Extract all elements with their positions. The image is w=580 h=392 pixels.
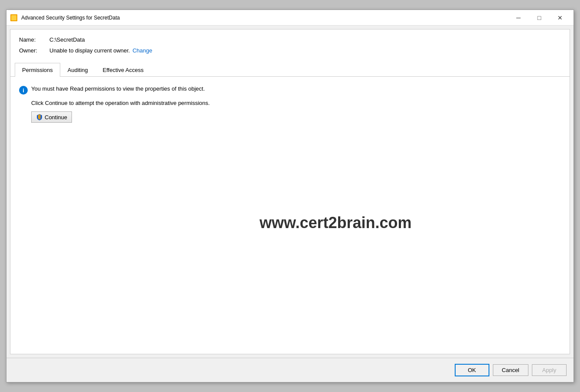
change-owner-link[interactable]: Change (133, 47, 153, 54)
continue-button[interactable]: Continue (31, 111, 72, 123)
name-row: Name: C:\SecretData (19, 36, 561, 43)
window-title: Advanced Security Settings for SecretDat… (21, 15, 508, 21)
tab-effective-access[interactable]: Effective Access (95, 63, 151, 77)
info-section: Name: C:\SecretData Owner: Unable to dis… (10, 29, 570, 62)
bottom-bar: OK Cancel Apply (7, 358, 573, 382)
info-message-text: You must have Read permissions to view t… (31, 85, 205, 92)
close-button[interactable]: ✕ (550, 11, 570, 24)
owner-label: Owner: (19, 47, 49, 54)
main-window: Advanced Security Settings for SecretDat… (6, 10, 574, 382)
tabs-container: Permissions Auditing Effective Access (10, 62, 570, 77)
info-message: i You must have Read permissions to view… (19, 85, 561, 95)
svg-rect-1 (11, 15, 16, 20)
cancel-button[interactable]: Cancel (493, 364, 528, 376)
title-bar: Advanced Security Settings for SecretDat… (7, 10, 573, 26)
tab-permissions[interactable]: Permissions (15, 63, 60, 77)
main-panel: i You must have Read permissions to view… (10, 77, 570, 354)
window-icon (10, 14, 18, 22)
tab-auditing[interactable]: Auditing (60, 63, 95, 77)
owner-value: Unable to display current owner. (49, 47, 130, 54)
ok-button[interactable]: OK (455, 364, 489, 376)
minimize-button[interactable]: ─ (508, 11, 528, 24)
content-area: Name: C:\SecretData Owner: Unable to dis… (10, 29, 570, 354)
maximize-button[interactable]: □ (529, 11, 549, 24)
secondary-message: Click Continue to attempt the operation … (31, 100, 561, 106)
name-value: C:\SecretData (49, 36, 85, 43)
apply-button[interactable]: Apply (532, 364, 567, 376)
owner-row: Owner: Unable to display current owner. … (19, 47, 561, 54)
name-label: Name: (19, 36, 49, 43)
info-icon: i (19, 86, 28, 95)
shield-icon (36, 114, 43, 121)
continue-label: Continue (45, 114, 67, 121)
title-bar-controls: ─ □ ✕ (508, 11, 570, 24)
tab-content-permissions: i You must have Read permissions to view… (10, 77, 570, 354)
